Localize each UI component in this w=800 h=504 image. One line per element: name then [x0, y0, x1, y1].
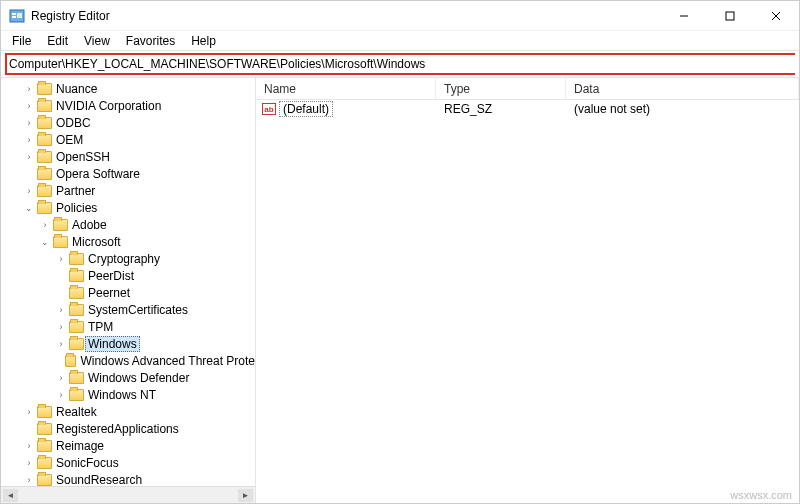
chevron-right-icon[interactable]: › — [23, 151, 35, 163]
tree-node-reimage[interactable]: ›Reimage — [3, 437, 255, 454]
chevron-right-icon[interactable]: › — [23, 457, 35, 469]
tree-horizontal-scrollbar[interactable]: ◄ ► — [1, 486, 255, 503]
value-type: REG_SZ — [436, 102, 566, 116]
folder-icon — [53, 236, 68, 248]
chevron-right-icon[interactable]: › — [23, 83, 35, 95]
chevron-right-icon[interactable]: › — [55, 304, 67, 316]
menu-help[interactable]: Help — [184, 32, 223, 50]
tree-node-peerdist[interactable]: PeerDist — [3, 267, 255, 284]
tree-node-realtek[interactable]: ›Realtek — [3, 403, 255, 420]
folder-icon — [37, 440, 52, 452]
chevron-right-icon[interactable]: › — [55, 338, 67, 350]
svg-rect-2 — [12, 16, 16, 18]
tree-node-microsoft[interactable]: ⌄Microsoft — [3, 233, 255, 250]
chevron-right-icon[interactable]: › — [55, 372, 67, 384]
tree-node-sonicfocus[interactable]: ›SonicFocus — [3, 454, 255, 471]
chevron-right-icon[interactable]: › — [23, 134, 35, 146]
column-header-name[interactable]: Name — [256, 78, 436, 99]
tree-pane[interactable]: ›Nuance›NVIDIA Corporation›ODBC›OEM›Open… — [1, 78, 256, 503]
chevron-right-icon[interactable]: › — [55, 389, 67, 401]
tree-node-label: Cryptography — [88, 252, 160, 266]
tree-node-oem[interactable]: ›OEM — [3, 131, 255, 148]
value-row[interactable]: ab (Default) REG_SZ (value not set) — [256, 100, 799, 118]
values-pane: Name Type Data ab (Default) REG_SZ (valu… — [256, 78, 799, 503]
tree-node-peernet[interactable]: Peernet — [3, 284, 255, 301]
close-button[interactable] — [753, 1, 799, 31]
tree-node-nvidia-corporation[interactable]: ›NVIDIA Corporation — [3, 97, 255, 114]
window-title: Registry Editor — [31, 9, 661, 23]
window-controls — [661, 1, 799, 31]
folder-icon — [37, 202, 52, 214]
tree-node-partner[interactable]: ›Partner — [3, 182, 255, 199]
tree-node-odbc[interactable]: ›ODBC — [3, 114, 255, 131]
minimize-button[interactable] — [661, 1, 707, 31]
tree-node-opera-software[interactable]: Opera Software — [3, 165, 255, 182]
tree-spacer — [23, 168, 35, 180]
tree-node-label: Realtek — [56, 405, 97, 419]
chevron-right-icon[interactable]: › — [23, 117, 35, 129]
tree-node-label: OpenSSH — [56, 150, 110, 164]
tree-node-label: Policies — [56, 201, 97, 215]
regedit-app-icon — [9, 8, 25, 24]
folder-icon — [69, 270, 84, 282]
maximize-button[interactable] — [707, 1, 753, 31]
tree-node-adobe[interactable]: ›Adobe — [3, 216, 255, 233]
folder-icon — [37, 457, 52, 469]
chevron-right-icon[interactable]: › — [39, 219, 51, 231]
folder-icon — [37, 134, 52, 146]
tree-node-label: Windows — [85, 336, 140, 352]
folder-icon — [37, 83, 52, 95]
chevron-down-icon[interactable]: ⌄ — [39, 236, 51, 248]
chevron-right-icon[interactable]: › — [23, 474, 35, 486]
scroll-left-icon[interactable]: ◄ — [3, 489, 18, 502]
address-bar[interactable]: Computer\HKEY_LOCAL_MACHINE\SOFTWARE\Pol… — [5, 53, 795, 75]
chevron-right-icon[interactable]: › — [23, 440, 35, 452]
tree-node-openssh[interactable]: ›OpenSSH — [3, 148, 255, 165]
tree-node-systemcertificates[interactable]: ›SystemCertificates — [3, 301, 255, 318]
folder-icon — [53, 219, 68, 231]
folder-icon — [69, 372, 84, 384]
tree-node-registeredapplications[interactable]: RegisteredApplications — [3, 420, 255, 437]
chevron-right-icon[interactable]: › — [23, 185, 35, 197]
column-header-type[interactable]: Type — [436, 78, 566, 99]
chevron-right-icon[interactable]: › — [23, 100, 35, 112]
folder-icon — [69, 287, 84, 299]
menu-view[interactable]: View — [77, 32, 117, 50]
folder-icon — [69, 389, 84, 401]
tree-node-windows[interactable]: ›Windows — [3, 335, 255, 352]
menu-edit[interactable]: Edit — [40, 32, 75, 50]
tree-node-windows-nt[interactable]: ›Windows NT — [3, 386, 255, 403]
tree-node-label: ODBC — [56, 116, 91, 130]
tree-node-nuance[interactable]: ›Nuance — [3, 80, 255, 97]
tree-node-windows-advanced-threat-prote[interactable]: Windows Advanced Threat Prote — [3, 352, 255, 369]
menu-favorites[interactable]: Favorites — [119, 32, 182, 50]
folder-icon — [37, 151, 52, 163]
scroll-right-icon[interactable]: ► — [238, 489, 253, 502]
tree-node-label: Partner — [56, 184, 95, 198]
svg-rect-3 — [17, 13, 22, 18]
folder-icon — [37, 117, 52, 129]
tree-node-windows-defender[interactable]: ›Windows Defender — [3, 369, 255, 386]
tree-node-label: Reimage — [56, 439, 104, 453]
folder-icon — [69, 321, 84, 333]
tree-node-label: SonicFocus — [56, 456, 119, 470]
svg-rect-5 — [726, 12, 734, 20]
menu-file[interactable]: File — [5, 32, 38, 50]
chevron-right-icon[interactable]: › — [55, 321, 67, 333]
chevron-right-icon[interactable]: › — [23, 406, 35, 418]
tree-spacer — [23, 423, 35, 435]
tree-node-policies[interactable]: ⌄Policies — [3, 199, 255, 216]
main-panel: ›Nuance›NVIDIA Corporation›ODBC›OEM›Open… — [1, 77, 799, 503]
tree-node-label: OEM — [56, 133, 83, 147]
folder-icon — [37, 474, 52, 486]
column-header-data[interactable]: Data — [566, 78, 799, 99]
chevron-down-icon[interactable]: ⌄ — [23, 202, 35, 214]
folder-icon — [37, 423, 52, 435]
tree-node-label: Windows Defender — [88, 371, 189, 385]
tree-spacer — [55, 355, 63, 367]
tree-node-cryptography[interactable]: ›Cryptography — [3, 250, 255, 267]
maximize-icon — [725, 11, 735, 21]
chevron-right-icon[interactable]: › — [55, 253, 67, 265]
folder-icon — [37, 406, 52, 418]
tree-node-tpm[interactable]: ›TPM — [3, 318, 255, 335]
